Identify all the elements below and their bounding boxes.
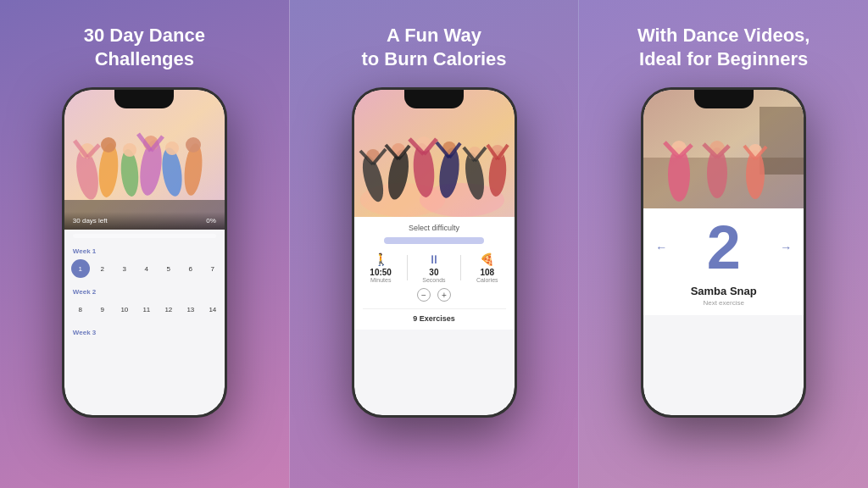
pizza-icon: 🍕 — [480, 252, 494, 266]
difficulty-bar[interactable] — [384, 237, 484, 244]
svg-rect-47 — [760, 107, 804, 175]
day-10[interactable]: 10 — [115, 300, 134, 319]
pause-icon: ⏸ — [428, 252, 440, 266]
day-11[interactable]: 11 — [137, 300, 156, 319]
seconds-label: Seconds — [422, 277, 445, 283]
next-arrow[interactable]: → — [780, 241, 792, 254]
exercises-label: 9 Exercises — [363, 308, 506, 323]
stat-calories: 🍕 108 Calories — [476, 252, 498, 283]
day-9[interactable]: 9 — [93, 300, 112, 319]
day-1[interactable]: 1 — [71, 259, 90, 278]
difficulty-label: Select difficulty — [363, 224, 506, 232]
seconds-value: 30 — [429, 268, 438, 277]
week1-grid: 1 2 3 4 5 6 7 — [64, 258, 225, 283]
panel-calories: A Fun Wayto Burn Calories — [289, 0, 580, 488]
week2-grid: 8 9 10 11 12 13 14 — [64, 298, 225, 324]
svg-point-12 — [186, 137, 201, 152]
week2-label: Week 2 — [64, 283, 225, 298]
progress-text: 0% — [206, 217, 216, 225]
nav-row: ← 2 → — [655, 217, 792, 278]
phone-2-screen: Select difficulty 🚶 10:50 Minutes ⏸ 30 S… — [354, 90, 515, 415]
hero-overlay: 30 days left 0% — [64, 212, 225, 230]
day-3[interactable]: 3 — [115, 259, 134, 278]
panel-challenges: 30 Day DanceChallenges — [0, 0, 289, 488]
days-left-text: 30 days left — [73, 217, 108, 225]
phone-3-screen: ← 2 → Samba Snap Next exercise — [643, 90, 804, 415]
day-7[interactable]: 7 — [203, 259, 222, 278]
day-14[interactable]: 14 — [203, 300, 222, 319]
screen2-hero — [354, 90, 515, 217]
day-4[interactable]: 4 — [137, 259, 156, 278]
day-12[interactable]: 12 — [159, 300, 178, 319]
day-2[interactable]: 2 — [93, 259, 112, 278]
calories-label: Calories — [476, 277, 498, 283]
day-13[interactable]: 13 — [181, 300, 200, 319]
progress-bar — [73, 234, 216, 238]
hero-image-1 — [64, 90, 225, 230]
stat-minutes: 🚶 10:50 Minutes — [370, 252, 392, 283]
screen3-content: ← 2 → Samba Snap Next exercise — [643, 208, 804, 315]
day-6[interactable]: 6 — [181, 259, 200, 278]
day-5[interactable]: 5 — [159, 259, 178, 278]
plus-button[interactable]: + — [437, 288, 451, 302]
panel-3-title: With Dance Videos,Ideal for Beginners — [637, 24, 810, 70]
day-8[interactable]: 8 — [71, 300, 90, 319]
time-value: 10:50 — [370, 268, 392, 277]
phone-1: 30 days left 0% Week 1 1 2 3 4 5 6 7 Wee… — [62, 87, 227, 418]
exercise-number: 2 — [707, 217, 741, 278]
phone-2: Select difficulty 🚶 10:50 Minutes ⏸ 30 S… — [352, 87, 517, 418]
phone-3: ← 2 → Samba Snap Next exercise — [641, 87, 806, 418]
svg-point-8 — [101, 137, 116, 152]
prev-arrow[interactable]: ← — [655, 241, 667, 254]
svg-point-9 — [123, 143, 136, 157]
phone-2-notch — [404, 90, 464, 108]
next-exercise-label: Next exercise — [703, 299, 743, 307]
walk-icon: 🚶 — [374, 252, 388, 266]
hero-image-2 — [354, 90, 515, 217]
panel-videos: With Dance Videos,Ideal for Beginners — [579, 0, 868, 488]
week3-label: Week 3 — [64, 324, 225, 339]
screen2-content: Select difficulty 🚶 10:50 Minutes ⏸ 30 S… — [354, 217, 515, 330]
controls-row: − + — [363, 288, 506, 302]
minus-button[interactable]: − — [417, 288, 431, 302]
phone-1-notch — [114, 90, 174, 108]
exercise-name: Samba Snap — [691, 285, 757, 297]
panel-1-title: 30 Day DanceChallenges — [84, 24, 205, 70]
divider-2 — [460, 255, 461, 280]
time-label: Minutes — [370, 277, 392, 283]
stat-seconds: ⏸ 30 Seconds — [422, 252, 445, 283]
calories-value: 108 — [480, 268, 494, 277]
panel-2-title: A Fun Wayto Burn Calories — [361, 24, 506, 70]
phone-1-screen: 30 days left 0% Week 1 1 2 3 4 5 6 7 Wee… — [64, 90, 225, 415]
svg-point-11 — [165, 141, 179, 155]
stats-row: 🚶 10:50 Minutes ⏸ 30 Seconds 🍕 108 C — [363, 252, 506, 283]
screen1-hero: 30 days left 0% — [64, 90, 225, 230]
week1-label: Week 1 — [64, 242, 225, 258]
phone-3-notch — [694, 90, 754, 108]
divider-1 — [407, 255, 408, 280]
